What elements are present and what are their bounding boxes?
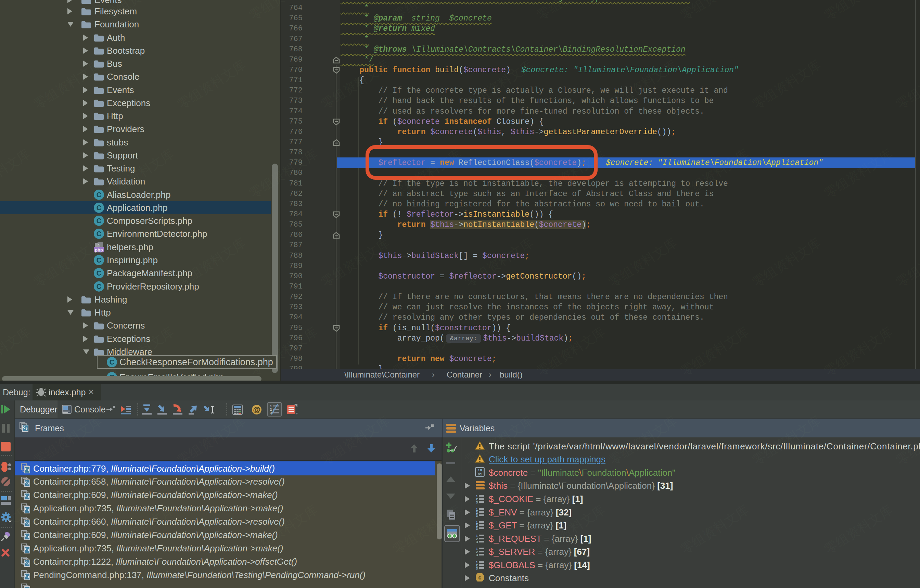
svg-text:3: 3	[476, 567, 478, 570]
svg-text:3: 3	[476, 501, 478, 504]
svg-text:10: 10	[478, 468, 482, 472]
svg-text:01: 01	[478, 472, 482, 476]
svg-text:@: @	[253, 405, 260, 414]
svg-text:3: 3	[476, 540, 478, 544]
svg-text:3: 3	[476, 527, 478, 530]
svg-text:c: c	[478, 575, 481, 580]
svg-text:3: 3	[476, 514, 478, 517]
svg-text:php: php	[95, 248, 103, 253]
svg-text:3: 3	[476, 553, 478, 557]
